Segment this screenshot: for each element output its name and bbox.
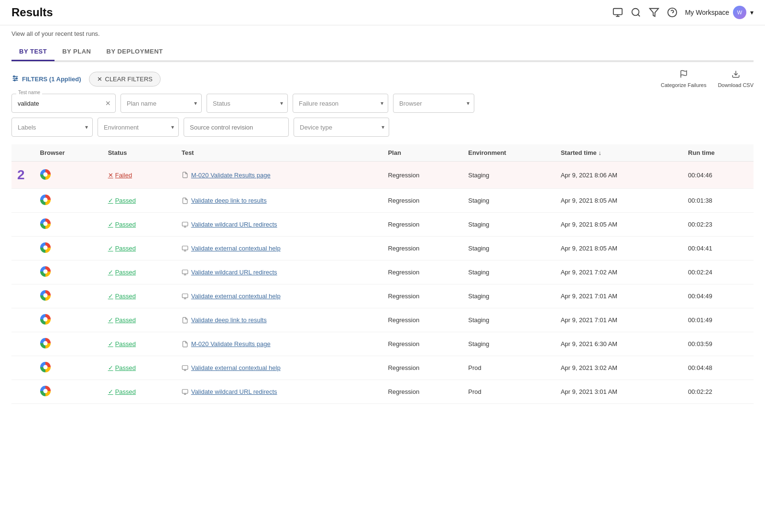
chrome-browser-icon	[40, 266, 51, 277]
cell-environment: Staging	[462, 189, 555, 213]
test-name[interactable]: M-020 Validate Results page	[191, 340, 271, 347]
monitor-icon[interactable]	[612, 7, 623, 18]
row-failure-count: 2	[11, 162, 34, 189]
cell-status[interactable]: ✓Passed	[102, 189, 176, 213]
status-passed-link[interactable]: ✓Passed	[108, 364, 170, 371]
cell-test: M-020 Validate Results page	[176, 332, 382, 356]
table-row: ✓PassedValidate external contextual help…	[11, 356, 754, 380]
page-title: Results	[11, 6, 53, 19]
test-name-input[interactable]	[11, 94, 116, 113]
categorize-failures-button[interactable]: Categorize Failures	[661, 70, 706, 88]
cell-status[interactable]: ✓Passed	[102, 213, 176, 237]
cell-status[interactable]: ✓Passed	[102, 380, 176, 404]
test-name-clear-icon[interactable]: ✕	[105, 99, 111, 107]
environment-select[interactable]: Environment	[98, 118, 179, 137]
tab-by-deployment[interactable]: BY DEPLOYMENT	[99, 43, 171, 61]
th-environment: Environment	[462, 144, 555, 162]
test-name[interactable]: Validate wildcard URL redirects	[191, 221, 277, 228]
filter-icon[interactable]	[649, 7, 659, 18]
cell-run-time: 00:03:59	[682, 332, 754, 356]
window-icon	[182, 293, 188, 300]
cell-status[interactable]: ✓Passed	[102, 237, 176, 261]
source-control-input[interactable]	[190, 124, 283, 131]
cell-test: Validate wildcard URL redirects	[176, 213, 382, 237]
cell-browser	[34, 284, 102, 308]
status-passed-link[interactable]: ✓Passed	[108, 388, 170, 395]
tab-by-test[interactable]: BY TEST	[11, 43, 55, 61]
help-icon[interactable]	[667, 7, 678, 18]
status-passed-link[interactable]: ✓Passed	[108, 269, 170, 276]
row-failure-count	[11, 380, 34, 404]
clear-filters-button[interactable]: ✕ CLEAR FILTERS	[89, 72, 161, 87]
cell-test: Validate external contextual help	[176, 237, 382, 261]
test-name[interactable]: Validate wildcard URL redirects	[191, 388, 277, 395]
search-icon[interactable]	[631, 7, 641, 18]
doc-icon	[182, 172, 188, 178]
cell-run-time: 00:04:49	[682, 284, 754, 308]
cell-status[interactable]: ✓Passed	[102, 332, 176, 356]
test-name[interactable]: Validate external contextual help	[191, 293, 281, 300]
cell-test: Validate external contextual help	[176, 356, 382, 380]
cell-started-time: Apr 9, 2021 8:05 AM	[555, 237, 682, 261]
workspace-button[interactable]: My Workspace W ▾	[685, 6, 754, 19]
test-name[interactable]: Validate deep link to results	[191, 197, 267, 204]
chrome-browser-icon	[40, 218, 51, 229]
cell-status[interactable]: ✕Failed	[102, 162, 176, 189]
status-passed-link[interactable]: ✓Passed	[108, 245, 170, 252]
window-icon	[182, 365, 188, 371]
cell-plan: Regression	[382, 189, 462, 213]
plan-name-wrap: Plan name	[120, 94, 202, 113]
labels-select[interactable]: Labels	[11, 118, 93, 137]
table-row: ✓PassedValidate external contextual help…	[11, 237, 754, 261]
cell-test: Validate deep link to results	[176, 189, 382, 213]
cell-browser	[34, 356, 102, 380]
tab-by-plan[interactable]: BY PLAN	[55, 43, 98, 61]
download-csv-button[interactable]: Download CSV	[718, 70, 754, 88]
chevron-down-icon: ▾	[750, 9, 754, 16]
cell-plan: Regression	[382, 356, 462, 380]
cell-started-time: Apr 9, 2021 8:05 AM	[555, 213, 682, 237]
page-subtitle: View all of your recent test runs.	[11, 30, 754, 37]
test-name[interactable]: Validate external contextual help	[191, 245, 281, 252]
cell-browser	[34, 332, 102, 356]
environment-wrap: Environment	[98, 118, 179, 137]
doc-icon	[182, 341, 188, 347]
failure-reason-select[interactable]: Failure reason	[293, 94, 388, 113]
cell-status[interactable]: ✓Passed	[102, 261, 176, 284]
status-passed-link[interactable]: ✓Passed	[108, 293, 170, 300]
device-type-select[interactable]: Device type	[294, 118, 389, 137]
check-icon: ✓	[108, 197, 113, 204]
chrome-browser-icon	[40, 169, 51, 180]
svg-point-10	[16, 77, 17, 79]
test-name[interactable]: Validate deep link to results	[191, 316, 267, 324]
cell-test: Validate wildcard URL redirects	[176, 380, 382, 404]
test-name[interactable]: M-020 Validate Results page	[191, 172, 271, 179]
table-row: ✓PassedValidate deep link to resultsRegr…	[11, 308, 754, 332]
row-failure-count	[11, 237, 34, 261]
device-type-wrap: Device type	[294, 118, 389, 137]
chrome-browser-icon	[40, 386, 51, 396]
cell-status[interactable]: ✓Passed	[102, 308, 176, 332]
check-icon: ✓	[108, 245, 113, 252]
status-select[interactable]: Status	[207, 94, 288, 113]
plan-name-select[interactable]: Plan name	[120, 94, 202, 113]
cell-environment: Prod	[462, 380, 555, 404]
test-name[interactable]: Validate wildcard URL redirects	[191, 269, 277, 276]
test-name[interactable]: Validate external contextual help	[191, 364, 281, 371]
categorize-label: Categorize Failures	[661, 82, 706, 88]
table-row: ✓PassedValidate wildcard URL redirectsRe…	[11, 380, 754, 404]
status-passed-link[interactable]: ✓Passed	[108, 221, 170, 228]
status-passed-link[interactable]: ✓Passed	[108, 197, 170, 204]
status-passed-link[interactable]: ✓Passed	[108, 340, 170, 347]
status-passed-link[interactable]: ✓Passed	[108, 316, 170, 324]
filters-toggle[interactable]: FILTERS (1 Applied)	[11, 75, 81, 84]
cell-plan: Regression	[382, 284, 462, 308]
table-row: 2✕FailedM-020 Validate Results pageRegre…	[11, 162, 754, 189]
status-failed-link[interactable]: ✕Failed	[108, 172, 170, 179]
cell-started-time: Apr 9, 2021 7:01 AM	[555, 308, 682, 332]
cell-status[interactable]: ✓Passed	[102, 284, 176, 308]
cell-status[interactable]: ✓Passed	[102, 356, 176, 380]
chrome-browser-icon	[40, 362, 51, 372]
table-row: ✓PassedValidate external contextual help…	[11, 284, 754, 308]
browser-select[interactable]: Browser	[393, 94, 474, 113]
